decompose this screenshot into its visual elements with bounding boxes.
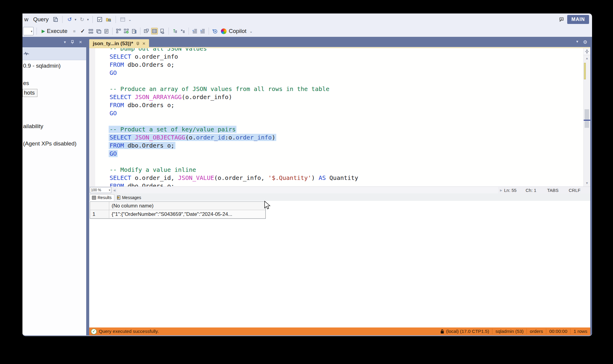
code-line[interactable]: -- Product a set of key/value pairs [95, 125, 584, 134]
editor-bottom-strip: 100 % ▾ ◀ ▶ Ln: 55 Ch: 1 TABS CRLF [89, 186, 590, 193]
object-explorer-tree: 0.9 - sqladmin) es hots ailability (Agen… [22, 60, 86, 335]
eol-indicator[interactable]: CRLF [569, 188, 590, 193]
open-file-icon[interactable] [52, 16, 59, 23]
results-pane: (No column name) 1{"1":{"OrderNumber":"S… [89, 201, 590, 327]
parse-icon[interactable]: ✓ [79, 28, 86, 34]
menu-bar: w Query ↺ ▾ ↻ ▾ ⌄ [22, 13, 592, 25]
results-to-grid-icon[interactable] [151, 28, 158, 34]
stop-icon[interactable]: ■ [71, 28, 78, 34]
gear-icon[interactable]: ⚙ [583, 39, 587, 45]
redo-icon[interactable]: ↻ [79, 16, 85, 23]
scrollbar-thumb[interactable] [585, 109, 589, 128]
scroll-right-icon[interactable]: ▶ [498, 189, 504, 192]
tree-item-server[interactable]: 0.9 - sqladmin) [23, 63, 61, 69]
code-line[interactable]: GO [95, 150, 584, 158]
user-indicator[interactable]: sqladmin (53) [492, 329, 526, 334]
code-line[interactable]: FROM dbo.Orders o; [95, 101, 584, 109]
pin-icon[interactable] [71, 40, 74, 44]
row-header-corner[interactable] [90, 202, 109, 210]
branch-badge[interactable]: MAIN [567, 15, 589, 24]
server-indicator[interactable]: (local) (17.0 CTP1.5) [437, 329, 492, 334]
app-window: w Query ↺ ▾ ↻ ▾ ⌄ [22, 13, 592, 336]
success-check-icon: ✓ [91, 329, 97, 334]
code-line[interactable]: -- Produce an array of JSON values from … [95, 85, 584, 93]
close-icon[interactable]: × [79, 39, 82, 45]
code-line[interactable]: GO [95, 109, 584, 117]
database-indicator[interactable]: orders [526, 329, 546, 334]
indicator-margin [89, 48, 95, 186]
horizontal-scrollbar[interactable] [117, 187, 498, 193]
activity-icon[interactable] [24, 51, 30, 56]
split-window-handle[interactable] [584, 48, 590, 55]
tab-results[interactable]: Results [90, 194, 114, 201]
separator [112, 28, 113, 35]
checkbox-window-icon[interactable] [96, 16, 103, 23]
panel-splitter[interactable] [86, 37, 89, 335]
letterbox: w Query ↺ ▾ ↻ ▾ ⌄ [0, 0, 613, 364]
active-files-icon[interactable]: ▾ [576, 39, 578, 45]
code-line[interactable]: -- Modify a value inline [95, 166, 584, 174]
sql-editor[interactable]: -- Dump out all JSON valuesSELECT o.orde… [89, 48, 590, 186]
document-tab[interactable]: json_ty...in (53))* × [89, 39, 149, 48]
zoom-combobox[interactable]: 100 % ▾ [90, 187, 111, 193]
window-panel-icon[interactable] [119, 16, 126, 23]
code-line[interactable]: FROM dbo.Orders o; [95, 61, 584, 69]
code-line[interactable]: SELECT JSON_OBJECTAGG(o.order_id:o.order… [95, 134, 584, 142]
menu-item-view-partial[interactable]: w [23, 16, 30, 23]
execute-button[interactable]: ▶ Execute [40, 27, 69, 35]
editor-vertical-scrollbar[interactable]: ▲ ▼ [583, 48, 590, 186]
code-line[interactable]: FROM dbo.Orders o; [95, 142, 584, 150]
code-line[interactable]: GO [95, 69, 584, 77]
toolbar-overflow-icon[interactable]: ⌄ [128, 17, 132, 22]
code-line[interactable]: SELECT o.order_info [95, 53, 584, 61]
result-cell[interactable]: {"1":{"OrderNumber":"S043659","Date":"20… [109, 210, 265, 219]
scroll-up-icon[interactable]: ▲ [584, 57, 590, 60]
tree-item-agent[interactable]: (Agent XPs disabled) [23, 140, 77, 147]
scroll-down-icon[interactable]: ▼ [584, 181, 590, 185]
undo-dropdown-icon[interactable]: ▾ [75, 18, 76, 22]
uncomment-icon[interactable] [180, 28, 186, 34]
code-line[interactable]: FROM dbo.Orders o; [95, 182, 584, 186]
row-header[interactable]: 1 [90, 210, 109, 219]
copilot-button[interactable]: Copilot [220, 28, 248, 34]
separator [62, 16, 63, 23]
actual-plan-icon[interactable] [123, 28, 129, 34]
tree-item-availability[interactable]: ailability [23, 123, 43, 130]
intellisense-icon[interactable] [103, 28, 109, 34]
sparkle-at-icon[interactable] [212, 28, 218, 34]
column-header[interactable]: (No column name) [109, 202, 265, 210]
live-stats-icon[interactable] [131, 28, 137, 34]
code-lines: -- Dump out all JSON valuesSELECT o.orde… [95, 48, 584, 186]
code-line[interactable]: -- Dump out all JSON values [95, 48, 584, 53]
redo-dropdown-icon[interactable]: ▾ [87, 18, 89, 22]
decrease-indent-icon[interactable] [192, 28, 198, 34]
code-line[interactable]: SELECT JSON_ARRAYAGG(o.order_info) [95, 93, 584, 101]
code-line[interactable] [95, 77, 584, 85]
undo-icon[interactable]: ↺ [66, 16, 73, 23]
tab-messages[interactable]: Messages [115, 195, 144, 201]
feedback-icon[interactable] [558, 16, 565, 23]
code-line[interactable] [95, 158, 584, 166]
scroll-left-icon[interactable]: ◀ [111, 189, 117, 192]
code-line[interactable] [95, 117, 584, 125]
tree-item-snapshots[interactable]: hots [22, 89, 37, 97]
tab-close-icon[interactable]: × [142, 41, 145, 47]
comment-icon[interactable] [172, 28, 178, 34]
query-options-icon[interactable] [95, 28, 101, 34]
database-combobox[interactable]: ▾ [23, 27, 34, 35]
folder-search-icon[interactable] [105, 16, 112, 23]
separator [209, 28, 209, 35]
tab-pin-icon[interactable] [136, 42, 139, 46]
code-line[interactable]: SELECT o.order_id, JSON_VALUE(o.order_in… [95, 174, 584, 182]
menu-item-query[interactable]: Query [32, 16, 50, 23]
tabs-indicator[interactable]: TABS [547, 188, 569, 193]
results-to-text-icon[interactable] [143, 28, 149, 34]
query-status-bar: ✓ Query executed successfully. (local) (… [89, 327, 590, 335]
tree-item-databases[interactable]: es [23, 80, 29, 87]
estimated-plan-icon[interactable] [116, 28, 122, 34]
panel-options-icon[interactable]: ▾ [64, 40, 66, 44]
increase-indent-icon[interactable] [200, 28, 206, 34]
toolbar-overflow-icon[interactable]: ⌄ [249, 29, 253, 34]
specify-values-icon[interactable] [88, 28, 94, 34]
results-to-file-icon[interactable] [160, 28, 166, 34]
